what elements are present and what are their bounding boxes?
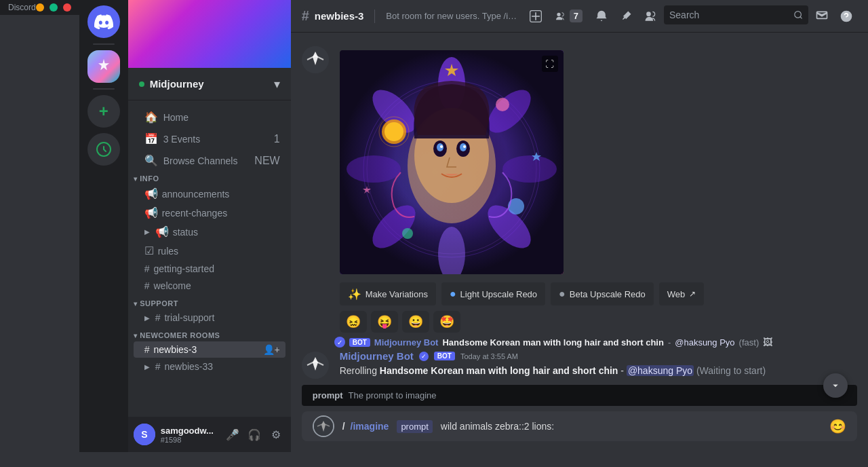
server-banner	[128, 0, 291, 68]
channel-header: # newbies-3 Bot room for new users. Type…	[291, 0, 868, 33]
home-label: Home	[163, 112, 189, 123]
emoji-picker-button[interactable]: 😊	[829, 418, 846, 434]
category-newcomer[interactable]: ▾ NEWCOMER ROOMS	[128, 329, 291, 341]
events-label: 3 Events	[163, 134, 269, 145]
image-fullscreen-icon[interactable]: ⛶	[542, 56, 558, 72]
scroll-to-bottom-button[interactable]	[823, 373, 848, 398]
category-info[interactable]: ▾ INFO	[128, 172, 291, 184]
maximize-button[interactable]	[50, 3, 58, 12]
channel-rules[interactable]: ☑ rules	[134, 242, 285, 260]
channel-newbies-3[interactable]: # newbies-3 👤+	[134, 341, 285, 358]
user-panel: S samgoodw... #1598 🎤 🎧 ⚙	[128, 417, 291, 452]
server-chevron-icon: ▾	[274, 77, 280, 92]
info-arrow-icon: ▾	[134, 175, 138, 183]
message-image-container[interactable]: ⛶	[340, 50, 564, 274]
svg-line-7	[800, 16, 802, 18]
hash-icon-1: #	[144, 263, 150, 274]
message-group-1: ⛶ ✨ Make Variations ● Light Upscale Redo…	[291, 43, 868, 334]
settings-button[interactable]: ⚙	[267, 425, 285, 444]
chat-input-field[interactable]	[441, 421, 821, 432]
search-input[interactable]	[669, 10, 789, 20]
inbox-button[interactable]	[811, 5, 833, 27]
channel-name-trial-support: trial-support	[164, 312, 279, 323]
discord-home-icon[interactable]	[87, 5, 120, 38]
sidebar-item-home[interactable]: 🏠 Home	[134, 107, 285, 128]
channel-status[interactable]: ▶ 📢 status	[134, 223, 285, 241]
channel-section-newcomer: ▾ NEWCOMER ROOMS # newbies-3 👤+ ▶ # newb…	[128, 329, 291, 375]
minimize-button[interactable]	[36, 3, 44, 12]
verified-icon-2: ✓	[419, 352, 429, 361]
search-box[interactable]	[664, 5, 808, 24]
channel-name-welcome: welcome	[153, 280, 279, 291]
hash-icon-5: #	[155, 361, 161, 372]
reaction-4[interactable]: 🤩	[433, 311, 460, 333]
chat-avatar	[313, 415, 334, 437]
dash-separator: -	[668, 337, 671, 348]
dash-2: -	[620, 365, 627, 376]
channel-list: 🏠 Home 📅 3 Events 1 🔍 Browse Channels NE…	[128, 100, 291, 417]
user-name: samgoodw...	[161, 426, 218, 436]
make-variations-button[interactable]: ✨ Make Variations	[340, 282, 436, 305]
reaction-1[interactable]: 😖	[340, 311, 367, 333]
ai-generated-image: ⛶	[340, 50, 564, 274]
deafen-button[interactable]: 🎧	[245, 425, 264, 444]
add-server-button[interactable]: +	[87, 95, 120, 128]
events-badge: 1	[274, 133, 280, 145]
reaction-2[interactable]: 😝	[371, 311, 398, 333]
sidebar-item-browse-channels[interactable]: 🔍 Browse Channels NEW	[134, 150, 285, 171]
server-online-indicator	[139, 81, 144, 87]
variations-icon: ✨	[348, 288, 361, 301]
prompt-tooltip-text: The prompt to imagine	[348, 390, 436, 400]
svg-point-37	[463, 145, 466, 148]
channel-newbies-33[interactable]: ▶ # newbies-33	[134, 358, 285, 375]
window-controls	[36, 3, 71, 12]
channel-topic: Bot room for new users. Type /imagine th…	[386, 11, 519, 21]
channel-header-name: newbies-3	[315, 10, 364, 22]
svg-text:S: S	[141, 429, 147, 440]
bell-button[interactable]	[591, 5, 612, 27]
web-button[interactable]: Web ↗	[659, 282, 705, 305]
channel-getting-started[interactable]: # getting-started	[134, 261, 285, 277]
channel-trial-support[interactable]: ▶ # trial-support	[134, 310, 285, 326]
reaction-emoji-3: 😀	[408, 314, 423, 329]
beta-upscale-redo-button[interactable]: ● Beta Upscale Redo	[551, 282, 654, 305]
mute-button[interactable]: 🎤	[223, 425, 242, 444]
announce-icon-2: 📢	[144, 206, 158, 219]
explore-button[interactable]	[87, 133, 120, 166]
app-title: Discord	[8, 3, 36, 12]
channel-announcements[interactable]: 📢 announcements	[134, 185, 285, 203]
pin-button[interactable]	[615, 5, 637, 27]
server-header[interactable]: Midjourney ▾	[128, 68, 291, 100]
beta-upscale-icon: ●	[559, 288, 566, 300]
image-icon[interactable]: 🖼	[763, 337, 772, 348]
light-upscale-redo-button[interactable]: ● Light Upscale Redo	[441, 282, 545, 305]
reaction-emoji-4: 🤩	[439, 314, 454, 329]
members-button[interactable]	[639, 5, 661, 27]
browse-icon: 🔍	[144, 154, 158, 167]
slash-text: /	[342, 421, 345, 432]
help-button[interactable]	[835, 5, 857, 27]
svg-point-29	[496, 98, 509, 111]
server-icon-midjourney[interactable]	[87, 50, 120, 83]
channel-hash-icon: #	[302, 8, 309, 24]
channel-section-support: ▾ SUPPORT ▶ # trial-support	[128, 297, 291, 326]
title-bar: Discord	[0, 0, 79, 15]
add-member-icon: 👤+	[263, 344, 280, 355]
hashplus-button[interactable]	[525, 5, 547, 27]
light-upscale-redo-label: Light Upscale Redo	[460, 289, 537, 299]
svg-point-6	[794, 11, 801, 18]
verified-icon: ✓	[334, 337, 345, 348]
member-count-number: 7	[570, 10, 583, 22]
channel-welcome[interactable]: # welcome	[134, 278, 285, 294]
messages-area[interactable]: ⛶ ✨ Make Variations ● Light Upscale Redo…	[291, 33, 868, 385]
category-support[interactable]: ▾ SUPPORT	[128, 297, 291, 309]
reaction-3[interactable]: 😀	[402, 311, 429, 333]
channel-name-newbies-33: newbies-33	[164, 361, 279, 372]
prompt-title-text: Handsome Korean man with long hair and s…	[442, 337, 663, 348]
announce-icon: 📢	[144, 187, 158, 200]
category-newcomer-label: NEWCOMER ROOMS	[140, 331, 220, 339]
sidebar-item-events[interactable]: 📅 3 Events 1	[134, 128, 285, 149]
member-count-badge[interactable]: 7	[549, 5, 588, 27]
channel-recent-changes[interactable]: 📢 recent-changes	[134, 204, 285, 222]
close-button[interactable]	[63, 3, 71, 12]
